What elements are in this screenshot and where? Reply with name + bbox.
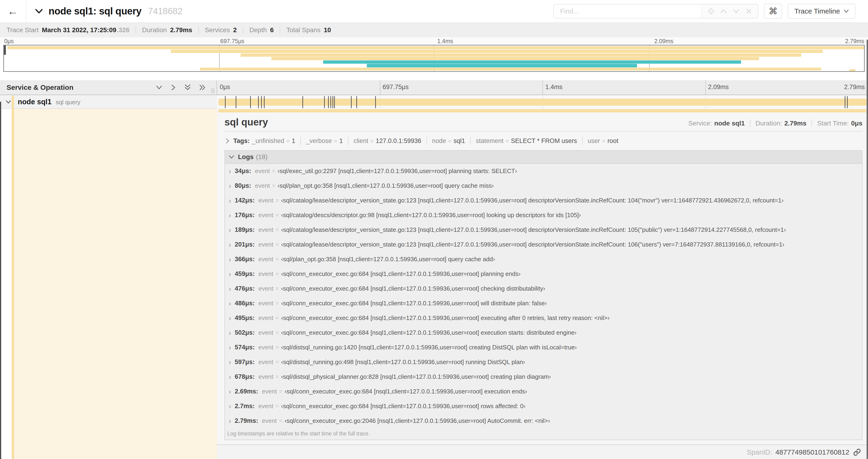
column-resize-handle[interactable] xyxy=(212,88,214,93)
log-expand-chevron-icon[interactable]: › xyxy=(229,183,231,189)
log-timestamp: 574μs: xyxy=(235,344,255,351)
keyboard-shortcuts-button[interactable]: ⌘ xyxy=(764,4,782,19)
log-expand-chevron-icon[interactable]: › xyxy=(229,212,231,219)
span-collapse-chevron-icon[interactable] xyxy=(6,100,11,104)
logs-header[interactable]: Logs (18) xyxy=(225,151,862,164)
tag-item[interactable]: client=127.0.0.1:59936 xyxy=(353,137,421,144)
log-expand-chevron-icon[interactable]: › xyxy=(229,418,231,424)
log-row[interactable]: ›476μs:event=‹sql/conn_executor_exec.go:… xyxy=(225,281,862,296)
tag-item[interactable]: user=root xyxy=(588,137,618,144)
span-row-name-cell[interactable]: node sql1 sql query xyxy=(0,96,217,109)
tags-expand-chevron-icon[interactable] xyxy=(225,138,229,144)
log-expand-chevron-icon[interactable]: › xyxy=(229,300,231,307)
start-time-label: Start Time: xyxy=(817,120,849,127)
log-row[interactable]: ›597μs:event=‹sql/distsql_running.go:498… xyxy=(225,355,862,369)
log-expand-chevron-icon[interactable]: › xyxy=(229,256,231,263)
log-row[interactable]: ›80μs:event=‹sql/plan_opt.go:358 [nsql1,… xyxy=(225,178,862,193)
log-expand-chevron-icon[interactable]: › xyxy=(229,315,231,322)
tags-row[interactable]: Tags: _unfinished=1_verbose=1client=127.… xyxy=(224,136,862,145)
log-row[interactable]: ›459μs:event=‹sql/conn_executor_exec.go:… xyxy=(225,267,862,281)
collapse-all-icon[interactable] xyxy=(184,84,191,91)
collapse-one-icon[interactable] xyxy=(156,85,162,90)
span-row[interactable]: node sql1 sql query xyxy=(0,96,868,109)
log-row[interactable]: ›486μs:event=‹sql/conn_executor_exec.go:… xyxy=(225,296,862,311)
back-button[interactable]: ← xyxy=(0,0,26,22)
service-operation-title: Service & Operation xyxy=(6,84,73,91)
trace-view-select[interactable]: Trace Timeline xyxy=(788,4,856,19)
log-row[interactable]: ›142μs:event=‹sql/catalog/lease/descript… xyxy=(225,193,862,208)
log-row[interactable]: ›176μs:event=‹sql/catalog/descs/descript… xyxy=(225,208,862,223)
minimap-drag-handle[interactable] xyxy=(4,45,6,55)
log-expand-chevron-icon[interactable]: › xyxy=(229,197,231,204)
minimap-span-bar xyxy=(271,57,759,60)
find-bar xyxy=(554,4,758,19)
expand-one-icon[interactable] xyxy=(171,84,176,91)
tag-item[interactable]: statement=SELECT * FROM users xyxy=(476,137,577,144)
span-duration-bar[interactable] xyxy=(218,99,867,106)
link-icon[interactable] xyxy=(853,448,861,456)
left-scrollbar[interactable] xyxy=(0,102,1,459)
log-expand-chevron-icon[interactable]: › xyxy=(229,241,231,248)
log-expand-chevron-icon[interactable]: › xyxy=(229,285,231,292)
log-row[interactable]: ›2.7ms:event=‹sql/conn_executor_exec.go:… xyxy=(225,399,862,414)
logs-collapse-chevron-icon[interactable] xyxy=(229,155,234,159)
divider xyxy=(280,26,280,34)
start-time-value: 0μs xyxy=(851,120,862,127)
expand-all-icon[interactable] xyxy=(199,84,206,91)
log-message: ‹sql/conn_executor_exec.go:684 [nsql1,cl… xyxy=(285,388,527,395)
log-marker-tick xyxy=(328,96,329,108)
log-expand-chevron-icon[interactable]: › xyxy=(229,359,231,366)
minimap-span-bar xyxy=(849,69,856,71)
tag-item[interactable]: _unfinished=1 xyxy=(252,137,295,144)
log-timestamp: 366μs: xyxy=(235,256,255,263)
log-row[interactable]: ›574μs:event=‹sql/distsql_running.go:142… xyxy=(225,340,862,355)
log-row[interactable]: ›678μs:event=‹sql/distsql_physical_plann… xyxy=(225,369,862,384)
minimap-tick-label: 0μs xyxy=(4,38,14,44)
right-scrollbar[interactable] xyxy=(867,40,868,459)
log-timestamp: 678μs: xyxy=(235,373,255,381)
tag-value: root xyxy=(608,137,618,144)
log-row[interactable]: ›502μs:event=‹sql/conn_executor_exec.go:… xyxy=(225,325,862,340)
log-field-key: event xyxy=(262,417,277,424)
find-clear-icon[interactable] xyxy=(742,4,755,18)
tag-item[interactable]: node=sql1 xyxy=(432,137,465,144)
log-field-key: event xyxy=(258,241,274,248)
find-prev-icon[interactable] xyxy=(717,4,730,18)
trace-collapse-chevron-icon[interactable] xyxy=(35,8,43,14)
log-field-key: event xyxy=(258,256,274,263)
tag-item[interactable]: _verbose=1 xyxy=(306,137,343,144)
log-expand-chevron-icon[interactable]: › xyxy=(229,329,231,336)
find-next-icon[interactable] xyxy=(730,4,742,18)
duration-label: Duration: xyxy=(755,120,782,127)
log-timestamp: 189μs: xyxy=(235,226,255,233)
log-row[interactable]: ›189μs:event=‹sql/catalog/lease/descript… xyxy=(225,223,862,237)
log-message: ‹sql/plan_opt.go:358 [nsql1,client=127.0… xyxy=(278,182,494,189)
tag-key: user xyxy=(588,137,600,144)
timeline-minimap[interactable] xyxy=(3,45,865,72)
log-marker-tick xyxy=(375,96,376,108)
log-expand-chevron-icon[interactable]: › xyxy=(229,344,231,351)
focus-icon[interactable] xyxy=(705,4,717,18)
log-expand-chevron-icon[interactable]: › xyxy=(229,168,231,175)
axis-tick-label: 697.75μs xyxy=(383,84,409,91)
log-expand-chevron-icon[interactable]: › xyxy=(229,373,231,381)
log-marker-tick xyxy=(236,96,236,108)
axis-tick-label: 0μs xyxy=(220,84,230,91)
log-row[interactable]: ›2.79ms:event=‹sql/conn_executor_exec.go… xyxy=(225,414,862,428)
log-expand-chevron-icon[interactable]: › xyxy=(229,270,231,277)
log-equals: = xyxy=(276,374,279,380)
log-expand-chevron-icon[interactable]: › xyxy=(229,388,231,395)
log-row[interactable]: ›34μs:event=‹sql/exec_util.go:2297 [nsql… xyxy=(225,164,862,178)
log-timestamp: 201μs: xyxy=(235,241,255,248)
log-row[interactable]: ›495μs:event=‹sql/conn_executor_exec.go:… xyxy=(225,311,862,325)
log-row[interactable]: ›201μs:event=‹sql/catalog/lease/descript… xyxy=(225,237,862,252)
log-message: ‹sql/plan_opt.go:358 [nsql1,client=127.0… xyxy=(281,256,495,263)
log-timestamp: 459μs: xyxy=(235,270,255,277)
log-expand-chevron-icon[interactable]: › xyxy=(229,403,231,410)
log-row[interactable]: ›366μs:event=‹sql/plan_opt.go:358 [nsql1… xyxy=(225,252,862,267)
find-input[interactable] xyxy=(554,4,702,18)
timeline-gridline xyxy=(705,80,706,95)
log-expand-chevron-icon[interactable]: › xyxy=(229,226,231,233)
span-row-timeline-cell[interactable] xyxy=(217,96,868,109)
log-row[interactable]: ›2.69ms:event=‹sql/conn_executor_exec.go… xyxy=(225,384,862,399)
